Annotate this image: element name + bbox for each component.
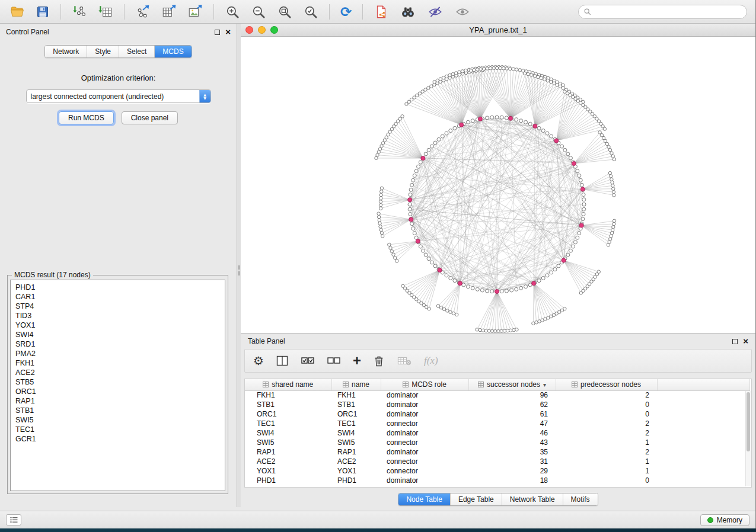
table-row[interactable]: ORC1ORC1dominator610: [245, 409, 750, 419]
table-cell[interactable]: SWI4: [245, 428, 331, 438]
table-cell[interactable]: ORC1: [245, 409, 331, 419]
select-all-rows-button[interactable]: [301, 355, 315, 367]
table-cell[interactable]: connector: [381, 419, 468, 428]
import-network-button[interactable]: [68, 3, 91, 21]
show-columns-button[interactable]: [276, 355, 289, 367]
table-settings-button[interactable]: ⚙: [253, 355, 264, 367]
table-cell[interactable]: 43: [468, 438, 556, 447]
table-cell[interactable]: 47: [468, 419, 556, 428]
list-item[interactable]: GCR1: [11, 434, 225, 444]
tab-node-table[interactable]: Node Table: [398, 493, 450, 505]
mcds-result-list[interactable]: PHD1CAR1STP4TID3YOX1SWI4SRD1PMA2FKH1ACE2…: [10, 280, 225, 491]
list-item[interactable]: STP4: [11, 302, 225, 311]
table-cell[interactable]: SWI5: [245, 438, 331, 447]
table-row[interactable]: FKH1FKH1dominator962: [245, 390, 750, 400]
table-row[interactable]: SWI4SWI4dominator462: [245, 428, 750, 438]
table-cell[interactable]: dominator: [381, 390, 468, 400]
table-cell[interactable]: 2: [556, 419, 657, 428]
table-row[interactable]: RAP1RAP1dominator352: [245, 447, 750, 457]
table-cell[interactable]: 61: [468, 409, 556, 419]
column-header-mcds-role[interactable]: MCDS role: [381, 379, 468, 390]
tab-style[interactable]: Style: [87, 46, 119, 57]
list-item[interactable]: ACE2: [11, 368, 225, 377]
table-cell[interactable]: ORC1: [331, 409, 381, 419]
table-cell[interactable]: 2: [556, 447, 657, 457]
table-cell[interactable]: connector: [381, 438, 468, 447]
table-cell[interactable]: 2: [556, 390, 657, 400]
table-cell[interactable]: 96: [468, 390, 556, 400]
table-cell[interactable]: RAP1: [245, 447, 331, 457]
global-search-field[interactable]: [578, 5, 747, 19]
table-cell[interactable]: RAP1: [331, 447, 381, 457]
table-cell[interactable]: 1: [556, 438, 657, 447]
export-network-button[interactable]: [132, 3, 154, 21]
table-row[interactable]: YOX1YOX1connector291: [245, 466, 750, 476]
table-cell[interactable]: dominator: [381, 447, 468, 457]
table-cell[interactable]: FKH1: [331, 390, 381, 400]
add-column-button[interactable]: +: [353, 355, 361, 367]
export-image-button[interactable]: [184, 3, 206, 21]
tab-mcds[interactable]: MCDS: [154, 46, 191, 57]
run-mcds-button[interactable]: Run MCDS: [59, 111, 114, 124]
zoom-fit-button[interactable]: [273, 3, 296, 21]
table-cell[interactable]: TEC1: [245, 419, 331, 428]
table-cell[interactable]: 0: [556, 400, 657, 409]
column-header-predecessor-nodes[interactable]: predecessor nodes: [556, 379, 657, 390]
tab-select[interactable]: Select: [119, 46, 154, 57]
table-row[interactable]: TEC1TEC1connector472: [245, 419, 750, 428]
splitter-grip[interactable]: [238, 271, 240, 275]
table-cell[interactable]: connector: [381, 457, 468, 466]
list-item[interactable]: FKH1: [11, 358, 225, 368]
tab-motifs[interactable]: Motifs: [563, 493, 598, 505]
table-cell[interactable]: dominator: [381, 428, 468, 438]
memory-button[interactable]: Memory: [700, 514, 749, 526]
deselect-all-rows-button[interactable]: [327, 355, 341, 367]
open-file-button[interactable]: [6, 3, 28, 21]
list-item[interactable]: SWI4: [11, 330, 225, 339]
table-cell[interactable]: 29: [468, 466, 556, 476]
delete-table-button[interactable]: [397, 355, 412, 367]
list-item[interactable]: PMA2: [11, 349, 225, 358]
column-header-successor-nodes[interactable]: successor nodes ▾: [468, 379, 556, 390]
list-item[interactable]: PHD1: [11, 283, 225, 292]
table-cell[interactable]: YOX1: [245, 466, 331, 476]
close-table-panel-icon[interactable]: ×: [743, 338, 748, 344]
table-cell[interactable]: YOX1: [331, 466, 381, 476]
list-item[interactable]: ORC1: [11, 387, 225, 396]
function-builder-button[interactable]: f(x): [424, 355, 438, 367]
tab-edge-table[interactable]: Edge Table: [450, 493, 502, 505]
list-item[interactable]: CAR1: [11, 292, 225, 302]
table-cell[interactable]: STB1: [331, 400, 381, 409]
search-input[interactable]: [594, 8, 742, 16]
hide-selected-button[interactable]: [423, 3, 447, 21]
export-table-button[interactable]: [158, 3, 180, 21]
list-item[interactable]: STB1: [11, 406, 225, 415]
list-item[interactable]: RAP1: [11, 396, 225, 406]
table-cell[interactable]: 62: [468, 400, 556, 409]
splitter-grip[interactable]: [238, 265, 240, 270]
table-cell[interactable]: dominator: [381, 400, 468, 409]
table-cell[interactable]: connector: [381, 466, 468, 476]
list-item[interactable]: SWI5: [11, 415, 225, 425]
network-graph[interactable]: [241, 37, 755, 333]
table-row[interactable]: STB1STB1dominator620: [245, 400, 750, 409]
table-cell[interactable]: 0: [556, 476, 657, 485]
table-cell[interactable]: ACE2: [331, 457, 381, 466]
zoom-in-button[interactable]: [221, 3, 244, 21]
table-cell[interactable]: 2: [556, 428, 657, 438]
panel-menu-button[interactable]: [6, 514, 21, 525]
table-cell[interactable]: 18: [468, 476, 556, 485]
table-row[interactable]: ACE2ACE2connector311: [245, 457, 750, 466]
table-cell[interactable]: 31: [468, 457, 556, 466]
tab-network-table[interactable]: Network Table: [502, 493, 563, 505]
zoom-out-button[interactable]: [247, 3, 270, 21]
close-panel-button[interactable]: Close panel: [122, 111, 178, 124]
show-all-button[interactable]: [451, 3, 474, 21]
column-header-shared-name[interactable]: shared name: [245, 379, 331, 390]
float-table-panel-icon[interactable]: [732, 339, 738, 344]
list-item[interactable]: STB5: [11, 377, 225, 387]
apply-layout-button[interactable]: ⟳: [337, 4, 355, 20]
table-cell[interactable]: 0: [556, 409, 657, 419]
network-canvas[interactable]: [241, 37, 755, 333]
list-item[interactable]: YOX1: [11, 321, 225, 330]
